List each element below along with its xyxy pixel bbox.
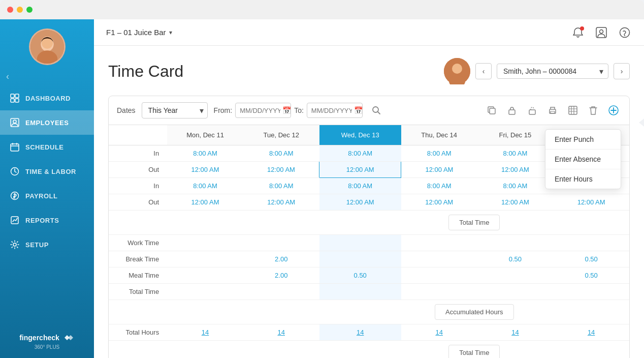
punch-thu-out-1[interactable]: 12:00 AM <box>401 162 477 178</box>
total-time-label: Total Time <box>448 215 500 230</box>
total-hours-tue[interactable]: 14 <box>243 324 319 341</box>
notifications-button[interactable] <box>571 25 585 40</box>
print-button[interactable] <box>545 103 560 118</box>
sidebar-collapse-button[interactable]: ‹ <box>0 71 9 82</box>
topbar-actions <box>571 25 632 40</box>
total-time-spacer <box>109 211 167 235</box>
bottom-total-spacer <box>109 341 167 359</box>
svg-rect-6 <box>11 99 14 102</box>
punch-tue-out-2[interactable]: 12:00 AM <box>243 194 319 211</box>
profile-button[interactable] <box>594 25 608 40</box>
punch-fri-out-2[interactable]: 12:00 AM <box>477 194 554 211</box>
punch-fri-out-1[interactable]: 12:00 AM <box>477 162 554 178</box>
col-header-thu: Thu, Dec 14 <box>401 125 477 145</box>
work-fri <box>477 235 554 251</box>
prev-employee-button[interactable]: ‹ <box>475 63 492 79</box>
total-wed <box>319 284 401 300</box>
sidebar-item-payroll[interactable]: PAYROLL <box>0 184 94 208</box>
date-range-selector[interactable]: This Year <box>142 102 208 118</box>
page-header: Time Card ‹ Smith, John – 0000084 › <box>108 58 630 84</box>
traffic-light-yellow[interactable] <box>17 7 23 13</box>
time-labor-icon <box>9 166 20 177</box>
punch-wed-in-1[interactable]: 8:00 AM <box>319 145 401 162</box>
punch-mon-out-1[interactable]: 12:00 AM <box>167 162 243 178</box>
punch-mon-out-2[interactable]: 12:00 AM <box>167 194 243 211</box>
total-time-banner-row: Total Time <box>109 211 629 235</box>
in-label-2: In <box>109 178 167 194</box>
in-label-1: In <box>109 145 167 162</box>
punch-tue-out-1[interactable]: 12:00 AM <box>243 162 319 178</box>
enter-hours-item[interactable]: Enter Hours <box>545 169 621 189</box>
traffic-light-red[interactable] <box>7 7 13 13</box>
grid-button[interactable] <box>565 103 581 118</box>
break-mon <box>167 251 243 267</box>
toolbar-action-buttons: Enter Punch Enter Absence Enter Hours <box>484 103 621 118</box>
enter-absence-item[interactable]: Enter Absence <box>545 149 621 169</box>
svg-rect-24 <box>509 110 515 114</box>
to-date-input[interactable]: 📅 <box>307 103 363 118</box>
help-button[interactable] <box>618 25 632 40</box>
search-button[interactable] <box>369 103 384 118</box>
punch-sat-out-2[interactable]: 12:00 AM <box>553 194 629 211</box>
lock-button[interactable] <box>504 103 520 118</box>
to-date-field[interactable] <box>311 107 352 114</box>
from-date-input[interactable]: 📅 <box>235 103 291 118</box>
total-time-spacer-2 <box>167 211 319 235</box>
total-hours-thu[interactable]: 14 <box>401 324 477 341</box>
total-hours-fri[interactable]: 14 <box>477 324 554 341</box>
to-calendar-icon[interactable]: 📅 <box>354 106 363 114</box>
from-calendar-icon[interactable]: 📅 <box>282 106 291 114</box>
sidebar-item-schedule[interactable]: SCHEDULE <box>0 135 94 159</box>
meal-tue: 2.00 <box>243 267 319 284</box>
work-wed <box>319 235 401 251</box>
location-text: F1 – 01 Juice Bar <box>106 28 166 37</box>
svg-rect-5 <box>15 94 19 98</box>
dashboard-label: DASHBOARD <box>25 95 71 102</box>
enter-punch-item[interactable]: Enter Punch <box>545 130 621 149</box>
meal-thu <box>401 267 477 284</box>
work-tue <box>243 235 319 251</box>
location-selector[interactable]: F1 – 01 Juice Bar ▾ <box>106 28 172 37</box>
meal-wed: 0.50 <box>319 267 401 284</box>
total-hours-mon[interactable]: 14 <box>167 324 243 341</box>
delete-button[interactable] <box>586 103 601 118</box>
employee-selector[interactable]: Smith, John – 0000084 <box>497 64 608 79</box>
unlock-button[interactable] <box>525 103 540 118</box>
punch-thu-in-2[interactable]: 8:00 AM <box>401 178 477 194</box>
from-date-field[interactable] <box>240 107 280 114</box>
employee-nav: ‹ Smith, John – 0000084 › <box>444 58 630 84</box>
punch-mon-in-1[interactable]: 8:00 AM <box>167 145 243 162</box>
traffic-light-green[interactable] <box>26 7 33 13</box>
work-time-row: Work Time <box>109 235 629 251</box>
punch-tue-in-1[interactable]: 8:00 AM <box>243 145 319 162</box>
add-entry-button[interactable]: Enter Punch Enter Absence Enter Hours <box>606 103 621 118</box>
sidebar-item-employees[interactable]: EMPLOYEES <box>0 110 94 135</box>
punch-fri-in-2[interactable]: 8:00 AM <box>477 178 554 194</box>
sidebar-item-dashboard[interactable]: DASHBOARD <box>0 86 94 110</box>
sidebar-item-reports[interactable]: REPORTS <box>0 208 94 232</box>
from-to-group: From: 📅 To: 📅 <box>214 103 363 118</box>
punch-fri-in-1[interactable]: 8:00 AM <box>477 145 554 162</box>
punch-wed-out-2[interactable]: 12:00 AM <box>319 194 401 211</box>
punch-tue-in-2[interactable]: 8:00 AM <box>243 178 319 194</box>
punch-thu-out-2[interactable]: 12:00 AM <box>401 194 477 211</box>
total-hours-wed[interactable]: 14 <box>319 324 401 341</box>
next-employee-button[interactable]: › <box>614 63 630 79</box>
total-hours-sat[interactable]: 14 <box>553 324 629 341</box>
total-fri <box>477 284 554 300</box>
punch-wed-in-2[interactable]: 8:00 AM <box>319 178 401 194</box>
punch-mon-in-2[interactable]: 8:00 AM <box>167 178 243 194</box>
punch-wed-out-1[interactable]: 12:00 AM <box>319 162 401 178</box>
svg-point-20 <box>452 64 462 74</box>
sidebar-item-setup[interactable]: SETUP <box>0 232 94 257</box>
copy-button[interactable] <box>484 103 499 118</box>
employee-selector-wrap: Smith, John – 0000084 <box>497 64 608 79</box>
break-time-label: Break Time <box>109 251 167 267</box>
content-area: Time Card ‹ Smith, John – 0000084 › <box>94 46 644 358</box>
brand-name: fingercheck <box>19 334 59 342</box>
notification-badge <box>580 26 584 31</box>
work-time-label: Work Time <box>109 235 167 251</box>
from-label: From: <box>214 106 233 114</box>
punch-thu-in-1[interactable]: 8:00 AM <box>401 145 477 162</box>
sidebar-item-time-labor[interactable]: TIME & LABOR <box>0 159 94 184</box>
